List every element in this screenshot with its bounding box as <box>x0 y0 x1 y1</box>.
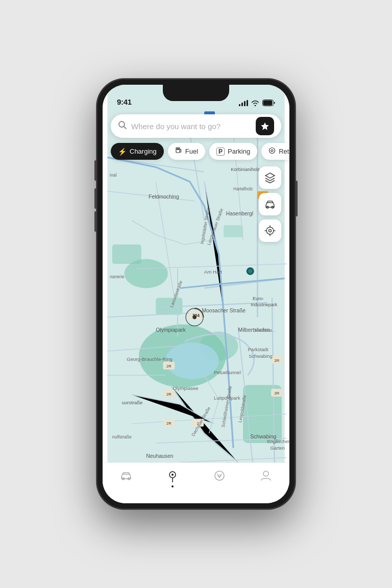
svg-text:2R: 2R <box>275 358 280 363</box>
svg-text:nulfstraße: nulfstraße <box>112 434 132 439</box>
chip-charging[interactable]: ⚡ Charging <box>111 143 164 160</box>
battery-icon <box>262 100 275 106</box>
svg-text:2R: 2R <box>166 364 172 369</box>
svg-point-93 <box>271 150 273 152</box>
svg-point-10 <box>165 342 218 379</box>
chip-fuel[interactable]: Fuel <box>168 143 205 160</box>
svg-text:Moosacher Straße: Moosacher Straße <box>202 308 246 313</box>
svg-text:Olympiasee: Olympiasee <box>173 385 198 391</box>
svg-line-88 <box>124 127 127 129</box>
nav-map-indicator <box>172 485 174 487</box>
chip-charging-label: Charging <box>130 148 157 155</box>
nav-explore[interactable] <box>213 469 226 482</box>
svg-text:Garten: Garten <box>270 445 285 451</box>
svg-rect-91 <box>177 149 179 150</box>
svg-point-96 <box>266 227 274 234</box>
svg-text:2R: 2R <box>275 391 280 396</box>
signal-icon <box>239 100 248 106</box>
wifi-icon <box>251 100 259 106</box>
svg-text:Korbinianiholz: Korbinianiholz <box>231 167 260 172</box>
phone-screen: 9:41 <box>103 85 289 503</box>
filter-chips: ⚡ Charging Fuel P Parking <box>111 143 289 160</box>
chip-retailer-label: Retailer <box>279 148 289 155</box>
parking-icon: P <box>216 148 225 156</box>
svg-text:Feldmoching: Feldmoching <box>149 194 179 200</box>
svg-point-108 <box>263 471 268 476</box>
locate-me-button[interactable] <box>259 219 281 242</box>
svg-text:Hartelholz: Hartelholz <box>233 186 253 191</box>
svg-text:Schwabing: Schwabing <box>249 353 272 359</box>
status-icons <box>239 100 275 106</box>
svg-rect-8 <box>224 225 243 237</box>
search-placeholder-text: Where do you want to go? <box>131 122 252 131</box>
svg-text:nanerie: nanerie <box>110 274 125 279</box>
svg-text:inal: inal <box>110 173 116 178</box>
search-bar[interactable]: Where do you want to go? <box>111 114 281 138</box>
retailer-icon <box>268 147 276 156</box>
map-area[interactable]: 304 2R 2R 2R 2R 2R 2 Feldmoching Hasenbe… <box>103 85 289 462</box>
svg-text:Neuhausen: Neuhausen <box>146 453 174 459</box>
svg-text:Georg-Brauchle-Ring: Georg-Brauchle-Ring <box>127 356 172 362</box>
nav-profile[interactable] <box>259 469 273 482</box>
svg-marker-89 <box>261 122 268 130</box>
favorites-button[interactable] <box>256 117 274 135</box>
svg-point-84 <box>248 269 252 273</box>
svg-text:Olympiapark: Olympiapark <box>156 327 186 333</box>
fuel-icon <box>175 147 182 156</box>
nav-car[interactable] <box>119 469 133 482</box>
chip-fuel-label: Fuel <box>185 148 198 155</box>
svg-text:Petueltunnel: Petueltunnel <box>214 370 241 375</box>
svg-text:2R: 2R <box>166 421 172 426</box>
svg-point-86 <box>192 315 197 320</box>
svg-text:Nordfried...: Nordfried... <box>255 328 276 333</box>
bottom-nav <box>103 462 289 503</box>
notch <box>163 85 229 101</box>
nav-map[interactable] <box>166 469 179 487</box>
chip-retailer[interactable]: Retailer <box>261 143 289 160</box>
svg-point-97 <box>269 230 272 232</box>
svg-text:2R: 2R <box>166 392 172 397</box>
map-controls <box>259 166 281 242</box>
svg-text:uurstraße: uurstraße <box>122 400 143 405</box>
svg-point-105 <box>172 474 174 476</box>
phone-device: 9:41 <box>96 79 296 509</box>
svg-text:Am Hart: Am Hart <box>204 269 222 275</box>
charging-icon: ⚡ <box>118 148 127 156</box>
chip-parking-label: Parking <box>228 148 250 155</box>
chip-parking[interactable]: P Parking <box>209 143 257 160</box>
svg-text:Industriepark: Industriepark <box>251 302 278 307</box>
search-icon <box>118 120 127 132</box>
layers-button[interactable] <box>259 166 281 189</box>
car-status-button[interactable] <box>259 193 281 215</box>
svg-text:Parkstadt: Parkstadt <box>248 347 268 352</box>
svg-text:Hasenbergl: Hasenbergl <box>226 211 253 216</box>
svg-text:Euro-: Euro- <box>253 296 264 301</box>
svg-text:Englischer: Englischer <box>267 438 289 444</box>
svg-rect-1 <box>263 101 273 106</box>
svg-point-92 <box>270 148 275 154</box>
status-time: 9:41 <box>117 97 132 106</box>
svg-rect-7 <box>112 244 141 264</box>
